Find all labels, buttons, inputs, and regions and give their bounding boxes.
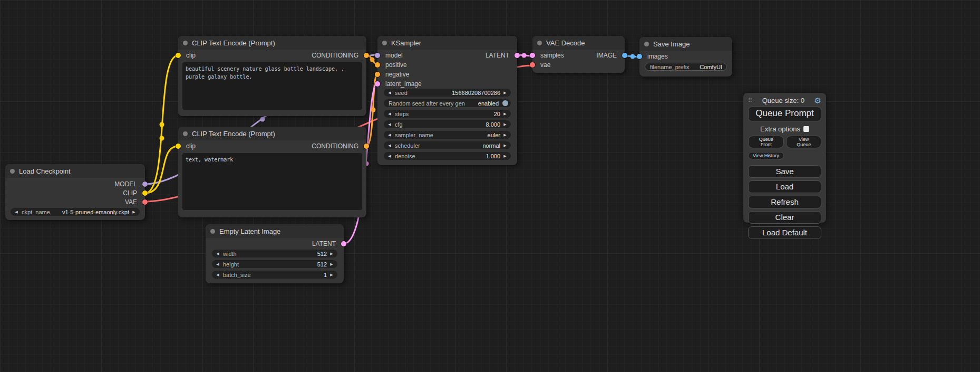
input-slot-latent-image: latent_image: [377, 79, 517, 89]
node-title: Empty Latent Image: [219, 227, 280, 235]
node-title-bar[interactable]: CLIP Text Encode (Prompt): [178, 127, 366, 140]
decrement-arrow-icon[interactable]: ◀: [386, 91, 393, 95]
clear-button[interactable]: Clear: [748, 211, 821, 224]
positive-prompt-textarea[interactable]: beautiful scenery nature glass bottle la…: [182, 62, 362, 110]
latent-output-dot[interactable]: [341, 241, 346, 246]
decrement-arrow-icon[interactable]: ◀: [215, 273, 221, 277]
decrement-arrow-icon[interactable]: ◀: [386, 133, 393, 137]
node-title-bar[interactable]: Save Image: [639, 37, 732, 51]
slot-row-model-latent: model LATENT: [377, 51, 517, 60]
collapse-dot-icon[interactable]: [183, 131, 188, 136]
node-title: KSampler: [391, 39, 421, 47]
width-widget[interactable]: ◀ width 512 ▶: [212, 250, 337, 257]
decrement-arrow-icon[interactable]: ◀: [386, 144, 393, 148]
model-output-dot[interactable]: [142, 182, 148, 187]
node-ksampler[interactable]: KSampler model LATENT positive negative …: [377, 36, 517, 165]
denoise-widget[interactable]: ◀ denoise 1.000 ▶: [384, 152, 511, 160]
node-empty-latent-image[interactable]: Empty Latent Image LATENT ◀ width 512 ▶ …: [206, 224, 344, 283]
queue-small-buttons: Queue Front View Queue: [748, 136, 821, 148]
extra-options-checkbox[interactable]: [803, 126, 809, 132]
seed-widget[interactable]: ◀ seed 156680208700286 ▶: [384, 89, 511, 97]
latent-output-dot[interactable]: [515, 53, 520, 58]
height-widget[interactable]: ◀ height 512 ▶: [212, 260, 337, 268]
increment-arrow-icon[interactable]: ▶: [502, 112, 508, 116]
negative-input-dot[interactable]: [375, 72, 380, 77]
decrement-arrow-icon[interactable]: ◀: [386, 154, 393, 158]
increment-arrow-icon[interactable]: ▶: [131, 210, 137, 214]
samples-input-dot[interactable]: [530, 53, 535, 58]
increment-arrow-icon[interactable]: ▶: [502, 122, 508, 127]
increment-arrow-icon[interactable]: ▶: [328, 262, 335, 266]
node-title: Save Image: [653, 40, 690, 48]
load-default-button[interactable]: Load Default: [748, 226, 821, 239]
increment-arrow-icon[interactable]: ▶: [328, 252, 335, 256]
node-clip-text-encode-negative[interactable]: CLIP Text Encode (Prompt) clip CONDITION…: [178, 127, 366, 217]
view-queue-button[interactable]: View Queue: [786, 136, 821, 148]
node-title-bar[interactable]: KSampler: [377, 36, 517, 50]
gear-icon[interactable]: ⚙: [814, 97, 821, 104]
node-save-image[interactable]: Save Image images filename_prefix ComfyU…: [639, 37, 732, 77]
increment-arrow-icon[interactable]: ▶: [502, 154, 508, 158]
node-vae-decode[interactable]: VAE Decode samples IMAGE vae: [532, 36, 625, 73]
queue-front-button[interactable]: Queue Front: [748, 136, 784, 148]
clip-input-dot[interactable]: [176, 53, 181, 58]
ckpt-name-widget[interactable]: ◀ ckpt_name v1-5-pruned-emaonly.ckpt ▶: [11, 208, 140, 216]
increment-arrow-icon[interactable]: ▶: [328, 273, 335, 277]
wire-clip-to-positive: [145, 55, 178, 193]
steps-widget[interactable]: ◀ steps 20 ▶: [384, 110, 511, 118]
increment-arrow-icon[interactable]: ▶: [502, 133, 508, 137]
collapse-dot-icon[interactable]: [183, 41, 188, 45]
node-load-checkpoint[interactable]: Load Checkpoint MODEL CLIP VAE ◀ ckpt_na…: [5, 164, 145, 220]
conditioning-output-dot[interactable]: [364, 144, 369, 149]
node-title-bar[interactable]: CLIP Text Encode (Prompt): [178, 36, 366, 50]
slot-row: clip CONDITIONING: [178, 51, 366, 60]
collapse-dot-icon[interactable]: [382, 41, 387, 45]
scheduler-widget[interactable]: ◀ scheduler normal ▶: [384, 141, 511, 149]
clip-input-dot[interactable]: [176, 144, 181, 149]
random-seed-toggle-widget[interactable]: Random seed after every gen enabled: [384, 99, 511, 107]
node-title-bar[interactable]: Empty Latent Image: [206, 224, 344, 238]
link-dot-model: [260, 117, 265, 122]
toggle-knob-icon[interactable]: [502, 100, 508, 106]
decrement-arrow-icon[interactable]: ◀: [215, 252, 221, 256]
filename-prefix-widget[interactable]: filename_prefix ComfyUI: [645, 63, 727, 71]
load-button[interactable]: Load: [748, 180, 821, 193]
latent-image-input-dot[interactable]: [375, 81, 380, 87]
negative-prompt-textarea[interactable]: text, watermark: [182, 153, 362, 210]
collapse-dot-icon[interactable]: [210, 229, 215, 234]
decrement-arrow-icon[interactable]: ◀: [13, 210, 20, 214]
positive-input-dot[interactable]: [375, 62, 380, 68]
collapse-dot-icon[interactable]: [644, 42, 649, 46]
link-dot-positive: [370, 58, 375, 62]
node-clip-text-encode-positive[interactable]: CLIP Text Encode (Prompt) clip CONDITION…: [178, 36, 366, 116]
increment-arrow-icon[interactable]: ▶: [502, 144, 508, 148]
refresh-button[interactable]: Refresh: [748, 196, 821, 208]
vae-output-dot[interactable]: [142, 199, 148, 205]
node-title: Load Checkpoint: [19, 167, 71, 175]
increment-arrow-icon[interactable]: ▶: [502, 91, 508, 95]
node-title-bar[interactable]: VAE Decode: [532, 36, 625, 50]
decrement-arrow-icon[interactable]: ◀: [215, 262, 221, 266]
node-title-bar[interactable]: Load Checkpoint: [5, 164, 145, 178]
vae-input-dot[interactable]: [530, 62, 535, 68]
node-title: VAE Decode: [546, 39, 585, 47]
sampler-name-widget[interactable]: ◀ sampler_name euler ▶: [384, 131, 511, 139]
slot-row-samples-image: samples IMAGE: [532, 51, 625, 60]
view-history-button[interactable]: View History: [748, 152, 784, 159]
images-input-dot[interactable]: [637, 54, 642, 59]
decrement-arrow-icon[interactable]: ◀: [386, 112, 393, 116]
collapse-dot-icon[interactable]: [10, 169, 15, 174]
collapse-dot-icon[interactable]: [537, 41, 542, 45]
extra-options-row: Extra options: [748, 125, 821, 133]
cfg-widget[interactable]: ◀ cfg 8.000 ▶: [384, 120, 511, 128]
clip-output-dot[interactable]: [142, 190, 148, 196]
queue-prompt-button[interactable]: Queue Prompt: [748, 107, 821, 121]
image-output-dot[interactable]: [622, 53, 627, 58]
batch-size-widget[interactable]: ◀ batch_size 1 ▶: [212, 271, 337, 279]
decrement-arrow-icon[interactable]: ◀: [386, 122, 393, 127]
conditioning-output-dot[interactable]: [364, 53, 369, 58]
save-button[interactable]: Save: [748, 165, 821, 178]
link-dot-clip-positive: [160, 122, 164, 127]
drag-handle-icon[interactable]: ⠿: [748, 97, 752, 104]
model-input-dot[interactable]: [375, 53, 380, 58]
